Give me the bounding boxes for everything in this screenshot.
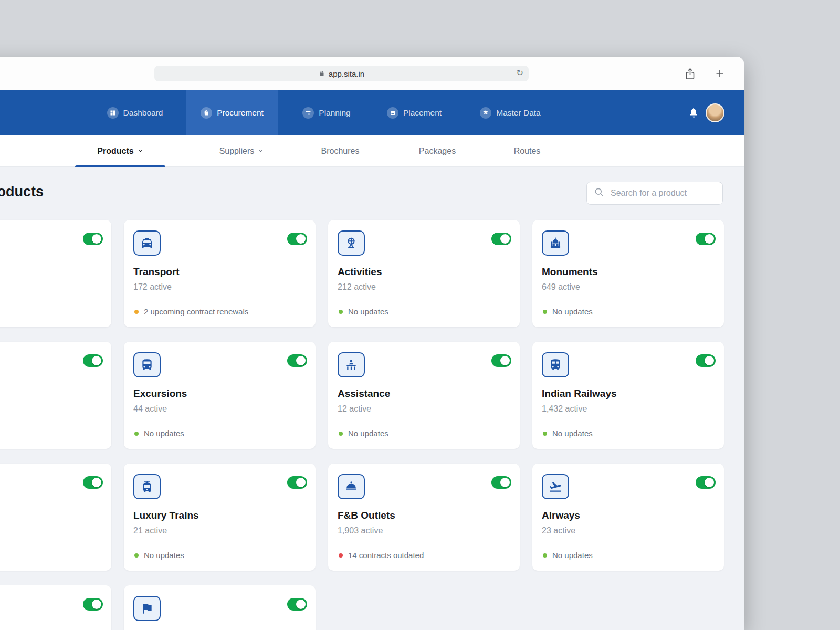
product-toggle[interactable] xyxy=(287,598,307,611)
tab-label: Packages xyxy=(419,146,456,156)
status-dot xyxy=(543,553,547,558)
master-data-layers-icon xyxy=(480,107,491,119)
tab-label: Products xyxy=(97,146,133,156)
product-card-fb-outlets[interactable]: F&B Outlets 1,903 active 14 contracts ou… xyxy=(328,464,520,571)
tab-label: Routes xyxy=(514,146,541,156)
chevron-down-icon xyxy=(138,146,143,156)
nav-label: Planning xyxy=(319,108,350,118)
taxi-icon xyxy=(133,230,161,256)
product-toggle[interactable] xyxy=(491,476,511,489)
product-toggle[interactable] xyxy=(287,476,307,489)
tab-label: Suppliers xyxy=(219,146,255,156)
product-count: 1,903 active xyxy=(338,526,383,536)
nav-item-master-data[interactable]: Master Data xyxy=(468,90,552,135)
product-title: Monuments xyxy=(542,266,598,278)
product-count: 21 active xyxy=(133,526,167,536)
product-toggle[interactable] xyxy=(287,354,307,367)
tram-icon xyxy=(133,474,161,499)
nav-item-dashboard[interactable]: Dashboard xyxy=(96,90,174,135)
tab-routes[interactable]: Routes xyxy=(496,135,559,167)
product-toggle[interactable] xyxy=(83,233,103,245)
plane-takeoff-icon xyxy=(542,474,569,499)
status-dot xyxy=(339,432,343,436)
product-toggle[interactable] xyxy=(83,598,103,611)
status-dot xyxy=(134,553,139,558)
product-title: Luxury Trains xyxy=(133,510,199,521)
placement-board-icon xyxy=(387,107,398,119)
train-icon xyxy=(542,352,569,377)
product-toggle[interactable] xyxy=(491,354,511,367)
procurement-bag-icon xyxy=(201,107,212,119)
share-icon[interactable] xyxy=(685,68,696,82)
product-toggle[interactable] xyxy=(696,233,716,245)
tab-brochures[interactable]: Brochures xyxy=(309,135,372,167)
avatar[interactable] xyxy=(706,103,724,122)
reload-icon[interactable]: ↻ xyxy=(517,68,523,78)
plus-icon[interactable] xyxy=(715,68,725,81)
product-status: No updates xyxy=(543,551,593,560)
address-bar[interactable]: app.sita.in ↻ xyxy=(154,66,529,81)
nav-item-procurement[interactable]: Procurement xyxy=(186,90,278,135)
nav-item-placement[interactable]: Placement xyxy=(376,90,453,135)
product-card-transport[interactable]: Transport 172 active 2 upcoming contract… xyxy=(124,220,316,327)
status-dot xyxy=(134,432,139,436)
tab-packages[interactable]: Packages xyxy=(406,135,469,167)
product-count: 212 active xyxy=(338,282,376,292)
status-dot xyxy=(134,310,139,314)
flag-icon xyxy=(133,596,161,621)
nav-label: Master Data xyxy=(496,108,540,118)
url-text: app.sita.in xyxy=(329,69,364,78)
product-card-monuments[interactable]: Monuments 649 active No updates xyxy=(532,220,724,327)
product-card-activities[interactable]: Activities 212 active No updates xyxy=(328,220,520,327)
status-dot xyxy=(543,310,547,314)
status-dot xyxy=(543,432,547,436)
product-card-airways[interactable]: Airways 23 active No updates xyxy=(532,464,724,571)
product-toggle[interactable] xyxy=(83,476,103,489)
product-toggle[interactable] xyxy=(491,233,511,245)
product-card-partial[interactable] xyxy=(124,585,316,630)
product-card-excursions[interactable]: Excursions 44 active No updates xyxy=(124,342,316,449)
status-text: No updates xyxy=(144,551,184,560)
product-card-luxury-trains[interactable]: Luxury Trains 21 active No updates xyxy=(124,464,316,571)
product-status: No updates xyxy=(339,429,388,438)
planning-tune-icon xyxy=(302,107,314,119)
status-text: No updates xyxy=(552,429,593,438)
status-text: No updates xyxy=(552,551,593,560)
page-title: Products xyxy=(0,184,44,200)
tab-suppliers[interactable]: Suppliers xyxy=(210,135,273,167)
product-title: Assistance xyxy=(338,388,390,400)
bus-icon xyxy=(133,352,161,377)
product-card-clipped[interactable] xyxy=(0,464,111,571)
product-card-assistance[interactable]: Assistance 12 active No updates xyxy=(328,342,520,449)
tab-products[interactable]: Products xyxy=(75,135,165,167)
nav-item-planning[interactable]: Planning xyxy=(291,90,362,135)
product-card-clipped[interactable] xyxy=(0,585,111,630)
product-status: 14 contracts outdated xyxy=(339,551,424,560)
product-toggle[interactable] xyxy=(696,476,716,489)
product-toggle[interactable] xyxy=(287,233,307,245)
cloche-icon xyxy=(338,474,365,499)
status-text: No updates xyxy=(348,307,388,316)
product-card-indian-railways[interactable]: Indian Railways 1,432 active No updates xyxy=(532,342,724,449)
product-count: 44 active xyxy=(133,404,167,414)
product-count: 12 active xyxy=(338,404,371,414)
ferris-wheel-icon xyxy=(338,230,365,256)
product-search[interactable] xyxy=(586,182,723,205)
bell-icon[interactable] xyxy=(688,90,699,135)
product-toggle[interactable] xyxy=(83,354,103,367)
search-input[interactable] xyxy=(610,188,720,198)
browser-window: app.sita.in ↻ Dashboard Procurement Plan… xyxy=(0,57,744,630)
product-title: Transport xyxy=(133,266,180,278)
product-count: 1,432 active xyxy=(542,404,587,414)
product-status: No updates xyxy=(339,307,388,316)
status-dot xyxy=(339,310,343,314)
product-count: 23 active xyxy=(542,526,575,536)
product-card-clipped[interactable] xyxy=(0,220,111,327)
nav-label: Placement xyxy=(403,108,442,118)
product-toggle[interactable] xyxy=(696,354,716,367)
product-card-clipped[interactable] xyxy=(0,342,111,449)
product-count: 172 active xyxy=(133,282,172,292)
browser-toolbar: app.sita.in ↻ xyxy=(0,57,744,90)
tab-label: Brochures xyxy=(321,146,360,156)
product-status: No updates xyxy=(543,307,593,316)
